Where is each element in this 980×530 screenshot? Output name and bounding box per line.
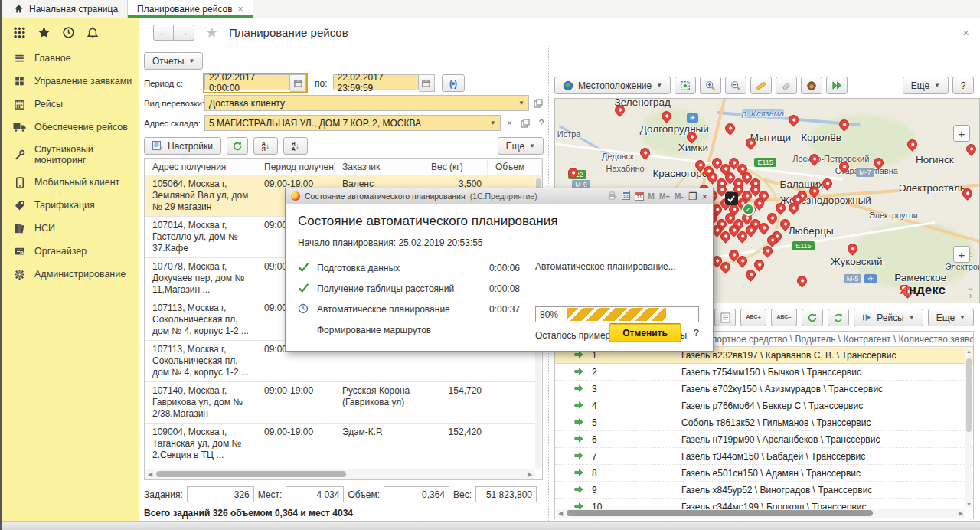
map-pin-icon[interactable] xyxy=(795,274,808,288)
tab-close-icon[interactable]: × xyxy=(238,4,243,15)
sort-asc-button[interactable]: АЯ↓ xyxy=(253,137,278,155)
notifications-bell-icon[interactable] xyxy=(87,26,99,39)
routes-more-button[interactable]: Еще▼ xyxy=(928,309,974,326)
map-pin-icon[interactable] xyxy=(744,268,758,282)
warehouse-marker-icon[interactable] xyxy=(725,192,738,205)
location-button[interactable]: Местоположение▼ xyxy=(554,77,671,94)
marker-button[interactable] xyxy=(801,77,822,94)
fast-forward-button[interactable] xyxy=(826,77,848,94)
map-zoom-in-button[interactable]: + xyxy=(953,125,970,142)
sidebar-item-glavnoe[interactable]: Главное xyxy=(2,47,139,70)
period-from-input[interactable]: 22.02.2017 0:00:00 xyxy=(204,74,290,90)
col-header-customer[interactable]: Заказчик xyxy=(335,159,423,175)
col-header-volume[interactable]: Объем xyxy=(488,159,542,175)
route-sheet-button[interactable] xyxy=(714,309,736,326)
route-row[interactable]: 2Газель т754мм150 \ Бычков \ Транссервис xyxy=(555,364,973,381)
open-icon[interactable] xyxy=(531,96,545,110)
route-row[interactable]: 6Газель н719рм90 \ Арсланбеков \ Транссе… xyxy=(555,431,973,448)
route-row[interactable]: 8Газель е501сн150 \ Адамян \ Транссервис xyxy=(555,465,973,482)
sidebar-item-organizer[interactable]: Органайзер xyxy=(2,240,139,263)
m-plus-button[interactable]: M+ xyxy=(659,192,670,201)
maximize-icon[interactable]: ❐ xyxy=(688,191,697,202)
zoom-in-button[interactable] xyxy=(700,77,721,94)
scroll-down-icon[interactable]: ▼ xyxy=(965,502,972,507)
fit-extent-button[interactable] xyxy=(675,77,696,94)
help-icon[interactable]: ? xyxy=(534,116,548,130)
sidebar-item-mobile[interactable]: Мобильный клиент xyxy=(2,171,139,194)
period-to-input[interactable]: 22.02.2017 23:59:59 xyxy=(333,74,419,90)
back-button[interactable]: ← xyxy=(153,25,174,41)
route-row[interactable]: 3Газель е702ку150 \ Азизмурадов \ Трансс… xyxy=(555,381,973,398)
m-minus-button[interactable]: M- xyxy=(675,192,684,201)
done-marker-icon[interactable]: ✓ xyxy=(742,203,755,216)
scroll-left-icon[interactable]: ◀ xyxy=(145,471,155,478)
scroll-right-icon[interactable]: ▶ xyxy=(525,471,534,478)
eraser-button[interactable] xyxy=(776,77,797,94)
map-pin-icon[interactable] xyxy=(786,113,800,127)
sidebar-item-tarif[interactable]: Тарификация xyxy=(2,194,139,217)
abc-minus-button[interactable]: АВС− xyxy=(771,309,797,326)
zoom-out-button[interactable] xyxy=(725,77,746,94)
calculator-icon[interactable] xyxy=(622,191,630,201)
settings-button[interactable]: Настройки xyxy=(144,137,221,155)
scroll-left-icon[interactable]: ◀ xyxy=(556,510,565,517)
chevron-down-icon[interactable]: ▼ xyxy=(514,100,524,106)
col-header-period[interactable]: Период получения xyxy=(256,159,335,175)
print-icon[interactable] xyxy=(607,191,617,201)
ruler-button[interactable] xyxy=(750,77,772,94)
abc-plus-button[interactable]: АВС+ xyxy=(740,309,766,326)
route-row[interactable]: 7Газель т344ом150 \ Бабадей \ Транссерви… xyxy=(555,448,973,465)
map-scroll-arrows[interactable]: ⌄› xyxy=(966,283,975,299)
favorite-star-icon[interactable]: ★ xyxy=(205,24,218,41)
map-more-button[interactable]: Еще▼ xyxy=(903,77,949,94)
route-row[interactable]: 5Соболь т861ак52 \ Гильманов \ Транссерв… xyxy=(555,414,973,431)
sidebar-item-sputnik[interactable]: Спутниковый мониторинг xyxy=(2,139,139,171)
order-row[interactable]: 107140, Москва г, Гаврикова ул, дом № 2/… xyxy=(145,382,542,424)
route-row[interactable]: 9Газель х845ур52 \ Виноградов \ Транссер… xyxy=(555,482,973,499)
routes-refresh-button[interactable] xyxy=(802,309,823,326)
col-header-address[interactable]: Адрес получения xyxy=(145,159,256,175)
sidebar-item-admin[interactable]: Администрирование xyxy=(2,263,139,286)
sidebar-item-obespechenie[interactable]: Обеспечение рейсов xyxy=(2,116,139,139)
favorites-icon[interactable] xyxy=(38,26,51,39)
m-button[interactable]: M xyxy=(648,192,655,201)
transport-type-select[interactable]: Доставка клиенту ▼ xyxy=(204,95,529,111)
tab-home[interactable]: Начальная страница xyxy=(5,0,127,18)
col-header-weight[interactable]: Вес (кг) xyxy=(423,159,488,175)
reload-cycle-button[interactable] xyxy=(828,309,849,326)
trips-button[interactable]: Рейсы▼ xyxy=(854,309,923,326)
reports-button[interactable]: Отчеты▼ xyxy=(144,52,203,70)
warehouse-select[interactable]: 5 МАГИСТРАЛЬНАЯ УЛ., ДОМ 7 КОР. 2, МОСКВ… xyxy=(204,115,501,131)
routes-horizontal-scrollbar[interactable]: ◀ ▶ xyxy=(556,509,965,518)
dialog-close-icon[interactable]: × xyxy=(701,191,707,202)
map-pin-icon[interactable] xyxy=(753,257,766,271)
period-variant-icon[interactable]: (•) xyxy=(442,74,465,92)
sidebar-item-zayavki[interactable]: Управление заявками xyxy=(2,70,139,93)
calendar-icon[interactable]: 31 xyxy=(635,191,644,201)
sidebar-item-nsi[interactable]: НСИ xyxy=(2,217,139,240)
main-menu-icon[interactable] xyxy=(13,26,26,39)
history-icon[interactable] xyxy=(62,26,75,39)
orders-more-button[interactable]: Еще▼ xyxy=(498,137,544,155)
scroll-up-icon[interactable]: ▲ xyxy=(965,348,972,354)
forward-button[interactable]: → xyxy=(174,25,194,41)
map-help-button[interactable]: ? xyxy=(952,77,974,94)
calendar-icon[interactable] xyxy=(290,74,306,92)
sidebar-item-reisy[interactable]: Рейсы xyxy=(2,93,139,116)
chevron-right-icon[interactable]: › xyxy=(969,291,972,299)
map-pin-icon[interactable] xyxy=(965,142,978,155)
clear-icon[interactable]: × xyxy=(503,116,517,130)
open-icon[interactable] xyxy=(519,116,533,130)
map-pin-icon[interactable] xyxy=(723,121,737,135)
refresh-button[interactable] xyxy=(227,137,248,155)
calendar-icon[interactable] xyxy=(419,74,435,92)
map-zoom-in-button-2[interactable]: + xyxy=(953,246,970,263)
scroll-right-icon[interactable]: ▶ xyxy=(956,510,965,517)
cancel-button[interactable]: Отменить xyxy=(609,323,681,342)
form-close-icon[interactable]: × xyxy=(962,26,969,39)
orders-horizontal-scrollbar[interactable]: ◀ ▶ xyxy=(145,469,534,479)
order-row[interactable]: 109004, Москва г, Таганская ул, дом № 2.… xyxy=(145,424,542,463)
route-row[interactable]: 4Газель р766мо64 \ Беккер С \ Транссерви… xyxy=(555,398,973,414)
routes-vertical-scrollbar[interactable]: ▲ ▼ xyxy=(965,348,972,508)
route-row[interactable]: 10Газель с344мс199 \ Борокош \ Транссерв… xyxy=(555,499,973,509)
